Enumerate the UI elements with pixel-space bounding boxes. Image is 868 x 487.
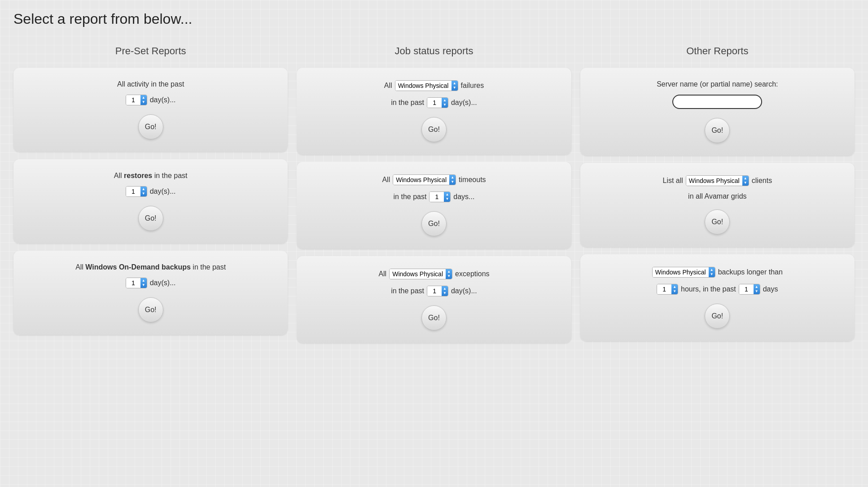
hours-input[interactable] bbox=[657, 284, 671, 294]
card-exceptions-row2: in the past ▲ ▼ day(s)... bbox=[391, 286, 477, 296]
exceptions-days-spinner[interactable]: ▲ ▼ bbox=[427, 286, 448, 296]
timeouts-select-up[interactable]: ▲ bbox=[451, 175, 454, 180]
column-header-job-status: Job status reports bbox=[297, 45, 571, 57]
days-spinner-longer-up[interactable]: ▲ bbox=[755, 285, 758, 289]
card-failures-row1: All Windows Physical Windows Virtual Lin… bbox=[384, 80, 484, 91]
list-all-prefix: List all bbox=[663, 177, 683, 185]
backups-longer-select[interactable]: Windows Physical Windows Virtual Linux P… bbox=[653, 267, 709, 277]
card-all-activity: All activity in the past ▲ ▼ day(s)... G… bbox=[13, 68, 288, 152]
card-timeouts: All Windows Physical Windows Virtual Lin… bbox=[297, 162, 571, 249]
server-search-input[interactable] bbox=[672, 95, 762, 109]
exceptions-suffix: exceptions bbox=[455, 270, 490, 278]
failures-select-wrapper[interactable]: Windows Physical Windows Virtual Linux P… bbox=[395, 80, 458, 91]
failures-suffix: failures bbox=[461, 82, 484, 90]
clients-select[interactable]: Windows Physical Windows Virtual Linux P… bbox=[686, 176, 742, 186]
column-header-other: Other Reports bbox=[580, 45, 855, 57]
hours-spinner-up[interactable]: ▲ bbox=[673, 285, 676, 289]
failures-days-input[interactable] bbox=[427, 98, 442, 108]
hours-spinner-down[interactable]: ▼ bbox=[673, 289, 676, 294]
go-button-server-search[interactable]: Go! bbox=[705, 118, 730, 143]
days-input-longer[interactable] bbox=[739, 284, 754, 294]
card-exceptions: All Windows Physical Windows Virtual Lin… bbox=[297, 256, 571, 343]
clients-select-down[interactable]: ▼ bbox=[744, 181, 747, 185]
failures-spinner-down[interactable]: ▼ bbox=[443, 103, 447, 107]
failures-select[interactable]: Windows Physical Windows Virtual Linux P… bbox=[395, 81, 452, 91]
days-suffix-2: day(s)... bbox=[150, 187, 176, 196]
timeouts-days-spinner[interactable]: ▲ ▼ bbox=[429, 191, 451, 202]
column-header-preset: Pre-Set Reports bbox=[13, 45, 288, 57]
spinner-up-3[interactable]: ▲ bbox=[142, 278, 145, 283]
days-input-1[interactable] bbox=[126, 95, 140, 105]
backups-longer-select-down[interactable]: ▼ bbox=[710, 272, 714, 277]
column-other: Other Reports Server name (or partial na… bbox=[580, 45, 855, 341]
exceptions-select[interactable]: Windows Physical Windows Virtual Linux P… bbox=[390, 269, 446, 279]
timeouts-spinner-down[interactable]: ▼ bbox=[445, 197, 449, 201]
failures-select-arrows: ▲ ▼ bbox=[452, 81, 458, 91]
backups-longer-select-up[interactable]: ▲ bbox=[710, 268, 714, 272]
card-timeouts-row2: in the past ▲ ▼ days... bbox=[394, 191, 475, 202]
card-list-clients-row2: in all Avamar grids bbox=[688, 192, 746, 200]
card-backups-longer-row1: Windows Physical Windows Virtual Linux P… bbox=[652, 267, 783, 278]
spinner-arrows-3: ▲ ▼ bbox=[140, 278, 147, 287]
failures-spinner-up[interactable]: ▲ bbox=[443, 98, 447, 103]
spinner-up-2[interactable]: ▲ bbox=[142, 187, 145, 191]
go-button-list-clients[interactable]: Go! bbox=[705, 209, 730, 235]
hours-spinner[interactable]: ▲ ▼ bbox=[657, 284, 678, 295]
failures-select-down[interactable]: ▼ bbox=[453, 86, 456, 90]
failures-days-spinner[interactable]: ▲ ▼ bbox=[427, 97, 448, 108]
failures-select-up[interactable]: ▲ bbox=[453, 81, 456, 86]
timeouts-select-down[interactable]: ▼ bbox=[451, 180, 454, 184]
go-button-failures[interactable]: Go! bbox=[421, 117, 447, 142]
backups-longer-select-wrapper[interactable]: Windows Physical Windows Virtual Linux P… bbox=[652, 267, 715, 278]
in-all-avamar: in all Avamar grids bbox=[688, 192, 746, 200]
failures-in-past: in the past bbox=[391, 99, 424, 107]
go-button-all-activity[interactable]: Go! bbox=[138, 114, 163, 139]
go-button-ondemand[interactable]: Go! bbox=[138, 297, 163, 322]
exceptions-spinner-down[interactable]: ▼ bbox=[443, 291, 447, 296]
go-button-exceptions[interactable]: Go! bbox=[421, 305, 447, 330]
days-input-3[interactable] bbox=[126, 278, 140, 288]
timeouts-select[interactable]: Windows Physical Windows Virtual Linux P… bbox=[393, 175, 449, 185]
card-row-text: All activity in the past bbox=[117, 80, 184, 88]
days-spinner-2[interactable]: ▲ ▼ bbox=[126, 186, 147, 197]
days-suffix-1: day(s)... bbox=[150, 96, 176, 104]
restores-label: All restores in the past bbox=[114, 172, 188, 180]
failures-prefix: All bbox=[384, 82, 392, 90]
go-button-backups-longer[interactable]: Go! bbox=[705, 304, 730, 329]
spinner-up-1[interactable]: ▲ bbox=[142, 96, 145, 100]
exceptions-days-input[interactable] bbox=[427, 286, 442, 296]
card-server-search-label-row: Server name (or partial name) search: bbox=[657, 80, 778, 88]
days-spinner-3[interactable]: ▲ ▼ bbox=[126, 278, 147, 288]
days-spinner-1[interactable]: ▲ ▼ bbox=[126, 95, 147, 105]
hours-in-past-label: hours, in the past bbox=[681, 285, 736, 293]
card-list-clients-row1: List all Windows Physical Windows Virtua… bbox=[663, 175, 772, 186]
exceptions-select-down[interactable]: ▼ bbox=[447, 274, 451, 278]
backups-longer-select-arrows: ▲ ▼ bbox=[709, 267, 715, 277]
spinner-arrows-1: ▲ ▼ bbox=[140, 95, 147, 104]
exceptions-select-up[interactable]: ▲ bbox=[447, 270, 451, 274]
card-all-activity-label: All activity in the past bbox=[117, 80, 184, 88]
days-spinner-longer-down[interactable]: ▼ bbox=[755, 289, 758, 294]
exceptions-in-past: in the past bbox=[391, 287, 424, 295]
days-spinner-longer[interactable]: ▲ ▼ bbox=[739, 284, 760, 295]
spinner-down-3[interactable]: ▼ bbox=[142, 283, 145, 287]
timeouts-spinner-up[interactable]: ▲ bbox=[445, 192, 449, 197]
card-timeouts-row1: All Windows Physical Windows Virtual Lin… bbox=[382, 174, 486, 185]
go-button-all-restores[interactable]: Go! bbox=[138, 206, 163, 231]
exceptions-select-wrapper[interactable]: Windows Physical Windows Virtual Linux P… bbox=[389, 269, 452, 279]
spinner-down-1[interactable]: ▼ bbox=[142, 100, 145, 104]
card-failures-row2: in the past ▲ ▼ day(s)... bbox=[391, 97, 477, 108]
exceptions-spinner-up[interactable]: ▲ bbox=[443, 287, 447, 291]
exceptions-spinner-arrows: ▲ ▼ bbox=[442, 286, 448, 296]
go-button-timeouts[interactable]: Go! bbox=[421, 211, 447, 236]
timeouts-select-wrapper[interactable]: Windows Physical Windows Virtual Linux P… bbox=[393, 174, 456, 185]
days-input-2[interactable] bbox=[126, 187, 140, 196]
columns-container: Pre-Set Reports All activity in the past… bbox=[13, 45, 855, 343]
clients-select-wrapper[interactable]: Windows Physical Windows Virtual Linux P… bbox=[686, 175, 749, 186]
days-longer-suffix: days bbox=[763, 285, 778, 293]
spinner-down-2[interactable]: ▼ bbox=[142, 191, 145, 196]
clients-select-up[interactable]: ▲ bbox=[744, 176, 747, 181]
card-restores-spinner-row: ▲ ▼ day(s)... bbox=[126, 186, 176, 197]
timeouts-days-input[interactable] bbox=[430, 192, 444, 202]
timeouts-suffix: timeouts bbox=[459, 176, 486, 184]
